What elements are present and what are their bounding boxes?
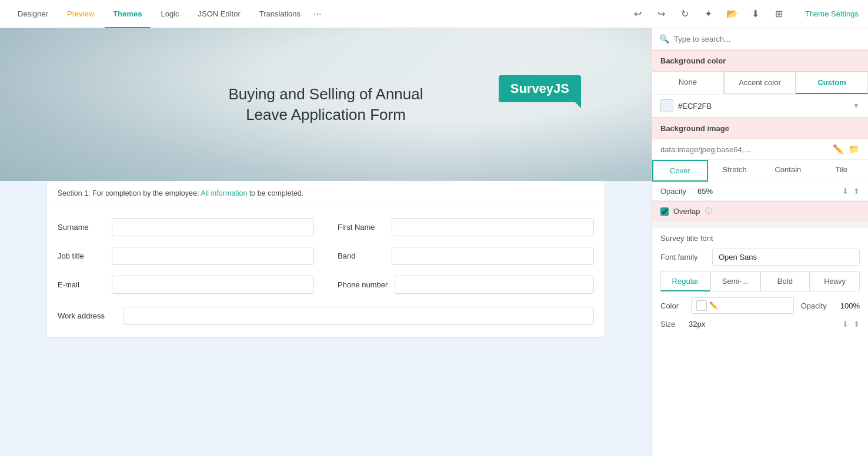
opacity-value: 65%: [697, 187, 837, 196]
opacity-label: Opacity: [660, 187, 693, 196]
nav-icons: ↩ ↪ ↻ ✦ 📂 ⬇ ⊞: [629, 5, 789, 24]
font-weight-tabs: Regular Semi-... Bold Heavy: [660, 271, 860, 291]
color-hex-input[interactable]: [678, 102, 848, 110]
fields-row-1: Surname First Name: [58, 218, 594, 236]
phone-label: Phone number: [338, 280, 388, 289]
field-jobtitle: Job title: [58, 247, 314, 265]
font-size-up-button[interactable]: ⬆: [853, 320, 860, 328]
image-clear-icon[interactable]: ✏️: [833, 144, 844, 155]
tab-json-editor[interactable]: JSON Editor: [190, 0, 249, 28]
fit-tile[interactable]: Tile: [814, 160, 868, 182]
surname-label: Surname: [58, 223, 105, 232]
jobtitle-input[interactable]: [112, 247, 314, 265]
field-surname: Surname: [58, 218, 314, 236]
survey-title: Buying and Selling of Annual Leave Appli…: [228, 84, 423, 125]
opacity-down-button[interactable]: ⬇: [842, 187, 849, 196]
fit-stretch[interactable]: Stretch: [708, 160, 762, 182]
redo-button[interactable]: ↪: [652, 5, 671, 24]
magic-button[interactable]: ✦: [699, 5, 718, 24]
color-picker-row: ▼: [652, 95, 868, 118]
font-opacity-value: 100%: [840, 301, 860, 310]
font-color-swatch-box: [696, 300, 707, 311]
surveyjs-logo: SurveyJS: [499, 75, 581, 102]
bg-image-input[interactable]: [660, 145, 828, 154]
panel-search: 🔍: [652, 28, 868, 50]
tab-designer[interactable]: Designer: [9, 0, 56, 28]
grid-button[interactable]: ⊞: [770, 5, 789, 24]
phone-input[interactable]: [395, 276, 594, 294]
font-family-select[interactable]: Open Sans: [712, 249, 860, 266]
font-weight-bold[interactable]: Bold: [760, 271, 810, 291]
bg-image-header: Background image: [652, 118, 868, 139]
section-header: Section 1: For completion by the employe…: [47, 181, 605, 206]
tab-preview[interactable]: Preview: [59, 0, 102, 28]
field-phone: Phone number: [338, 276, 594, 294]
overlap-info-icon[interactable]: ⓘ: [705, 206, 712, 216]
download-button[interactable]: ⬇: [746, 5, 765, 24]
firstname-label: First Name: [338, 223, 385, 232]
search-icon: 🔍: [659, 34, 669, 43]
main-layout: SurveyJS Buying and Selling of Annual Le…: [0, 28, 868, 456]
font-color-edit-icon[interactable]: ✏️: [709, 301, 718, 310]
field-firstname: First Name: [338, 218, 594, 236]
font-opacity-label: Opacity: [801, 301, 833, 310]
tab-logic[interactable]: Logic: [152, 0, 187, 28]
firstname-input[interactable]: [392, 218, 594, 236]
overlap-checkbox[interactable]: [660, 207, 669, 216]
font-weight-semi[interactable]: Semi-...: [710, 271, 760, 291]
font-weight-heavy[interactable]: Heavy: [810, 271, 860, 291]
image-fit-tabs: Cover Stretch Contain Tile: [652, 160, 868, 182]
bg-color-none[interactable]: None: [652, 72, 724, 94]
fields-row-4: Work address: [58, 304, 594, 325]
font-size-value: 32px: [689, 320, 837, 328]
fields-row-3: E-mail Phone number: [58, 276, 594, 294]
overlap-label: Overlap: [673, 207, 700, 216]
band-input[interactable]: [392, 247, 594, 265]
survey-fields: Surname First Name Job title: [47, 206, 605, 337]
top-nav: Designer Preview Themes Logic JSON Edito…: [0, 0, 868, 28]
jobtitle-label: Job title: [58, 252, 105, 260]
font-color-swatch[interactable]: ✏️: [691, 297, 794, 314]
surname-input[interactable]: [112, 218, 314, 236]
image-browse-icon[interactable]: 📁: [849, 144, 860, 155]
email-input[interactable]: [112, 276, 314, 294]
email-label: E-mail: [58, 280, 105, 289]
font-weight-regular[interactable]: Regular: [660, 271, 710, 291]
workaddress-input[interactable]: [123, 307, 594, 325]
more-menu-button[interactable]: ···: [311, 9, 323, 19]
refresh-button[interactable]: ↻: [676, 5, 695, 24]
color-swatch[interactable]: [660, 99, 673, 112]
survey-section-1: Section 1: For completion by the employe…: [47, 181, 605, 337]
bg-color-custom[interactable]: Custom: [796, 72, 868, 94]
font-family-row: Font family Open Sans: [660, 249, 860, 266]
theme-settings-link[interactable]: Theme Settings: [805, 9, 859, 18]
opacity-up-button[interactable]: ⬆: [853, 187, 860, 196]
font-size-row: Size 32px ⬇ ⬆: [660, 320, 860, 328]
color-dropdown-icon[interactable]: ▼: [853, 102, 860, 110]
bg-color-tabs: None Accent color Custom: [652, 72, 868, 95]
font-color-row: Color ✏️ Opacity 100%: [660, 297, 860, 314]
survey-header: SurveyJS Buying and Selling of Annual Le…: [0, 28, 652, 181]
opacity-row: Opacity 65% ⬇ ⬆: [652, 182, 868, 201]
undo-button[interactable]: ↩: [629, 5, 647, 24]
overlap-row: Overlap ⓘ: [652, 201, 868, 221]
field-band: Band: [338, 247, 594, 265]
fit-cover[interactable]: Cover: [652, 160, 708, 182]
band-label: Band: [338, 252, 385, 260]
bg-color-accent[interactable]: Accent color: [724, 72, 796, 94]
workaddress-label: Work address: [58, 307, 116, 320]
font-size-label: Size: [660, 320, 684, 328]
tab-translations[interactable]: Translations: [251, 0, 309, 28]
tab-themes[interactable]: Themes: [105, 0, 150, 28]
right-panel: 🔍 Background color None Accent color Cus…: [652, 28, 868, 456]
font-section: Survey title font Font family Open Sans …: [652, 228, 868, 334]
field-email: E-mail: [58, 276, 314, 294]
fit-contain[interactable]: Contain: [762, 160, 815, 182]
survey-body: Section 1: For completion by the employe…: [0, 181, 652, 356]
font-size-down-button[interactable]: ⬇: [842, 320, 849, 328]
open-button[interactable]: 📂: [723, 5, 742, 24]
canvas-area: SurveyJS Buying and Selling of Annual Le…: [0, 28, 652, 456]
font-family-label: Font family: [660, 253, 707, 261]
panel-search-input[interactable]: [674, 35, 861, 43]
panel-spacer: [652, 221, 868, 228]
